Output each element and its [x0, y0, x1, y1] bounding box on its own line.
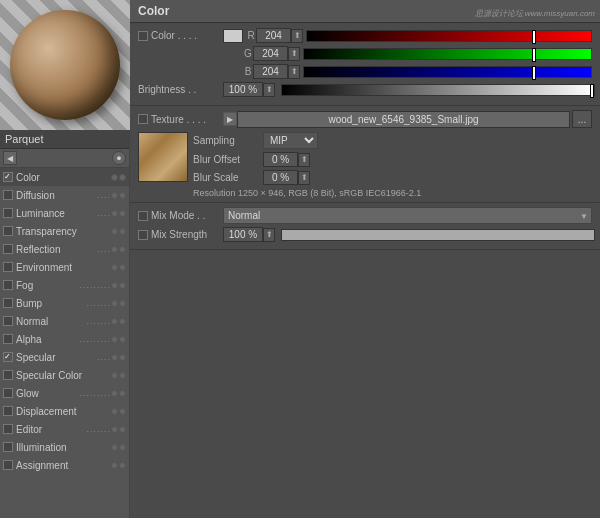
- mix-mode-select[interactable]: Normal Multiply Screen Overlay Add: [223, 207, 592, 224]
- channel-item[interactable]: Assignment: [0, 456, 129, 474]
- texture-play-button[interactable]: ▶: [223, 112, 237, 126]
- brightness-stepper[interactable]: ⬆: [263, 83, 275, 97]
- mix-strength-input[interactable]: [223, 227, 263, 242]
- channel-checkbox[interactable]: [3, 316, 13, 326]
- channel-item[interactable]: Specular....: [0, 348, 129, 366]
- mini-circle-icon[interactable]: [111, 318, 118, 325]
- channel-item[interactable]: Glow.........: [0, 384, 129, 402]
- blur-scale-input[interactable]: [263, 170, 298, 185]
- b-slider[interactable]: [532, 66, 536, 80]
- mini-circle-icon[interactable]: [119, 444, 126, 451]
- r-value-input[interactable]: [256, 28, 291, 43]
- channel-checkbox[interactable]: [3, 406, 13, 416]
- brightness-input[interactable]: [223, 82, 263, 97]
- texture-checkbox[interactable]: [138, 114, 148, 124]
- mini-circle-icon[interactable]: [111, 336, 118, 343]
- channel-item[interactable]: Bump.......: [0, 294, 129, 312]
- channel-item[interactable]: Transparency: [0, 222, 129, 240]
- channel-item[interactable]: Fog.........: [0, 276, 129, 294]
- nav-prev-button[interactable]: ◀: [3, 151, 17, 165]
- mini-circle-icon[interactable]: [119, 408, 126, 415]
- b-value-input[interactable]: [253, 64, 288, 79]
- mini-circle-icon[interactable]: [119, 264, 126, 271]
- mini-circle-icon[interactable]: [111, 408, 118, 415]
- lock-button[interactable]: ●: [112, 151, 126, 165]
- mini-circle-icon[interactable]: [119, 426, 126, 433]
- channel-checkbox[interactable]: [3, 190, 13, 200]
- color-swatch[interactable]: [223, 29, 243, 43]
- channel-item[interactable]: Luminance....: [0, 204, 129, 222]
- mini-circle-icon[interactable]: [111, 372, 118, 379]
- mini-circle-icon[interactable]: [119, 390, 126, 397]
- channel-checkbox[interactable]: [3, 172, 13, 182]
- mix-strength-stepper[interactable]: ⬆: [263, 228, 275, 242]
- color-checkbox[interactable]: [138, 31, 148, 41]
- channel-checkbox[interactable]: [3, 226, 13, 236]
- channel-checkbox[interactable]: [3, 262, 13, 272]
- mix-strength-checkbox[interactable]: [138, 230, 148, 240]
- g-stepper[interactable]: ⬆: [288, 47, 300, 61]
- channel-item[interactable]: Illumination: [0, 438, 129, 456]
- g-slider[interactable]: [532, 48, 536, 62]
- b-stepper[interactable]: ⬆: [288, 65, 300, 79]
- mini-circle-icon[interactable]: [119, 228, 126, 235]
- channel-checkbox[interactable]: [3, 442, 13, 452]
- mini-circle-icon[interactable]: [119, 174, 126, 181]
- channel-checkbox[interactable]: [3, 298, 13, 308]
- mini-circle-icon[interactable]: [111, 192, 118, 199]
- channel-checkbox[interactable]: [3, 370, 13, 380]
- mini-circle-icon[interactable]: [111, 282, 118, 289]
- mini-circle-icon[interactable]: [119, 282, 126, 289]
- channel-checkbox[interactable]: [3, 208, 13, 218]
- mini-circle-icon[interactable]: [111, 210, 118, 217]
- channel-item[interactable]: Specular Color: [0, 366, 129, 384]
- mini-circle-icon[interactable]: [111, 246, 118, 253]
- texture-menu-button[interactable]: ...: [572, 110, 592, 128]
- channel-item[interactable]: Color: [0, 168, 129, 186]
- mini-circle-icon[interactable]: [111, 444, 118, 451]
- mini-circle-icon[interactable]: [119, 354, 126, 361]
- channel-checkbox[interactable]: [3, 352, 13, 362]
- blur-scale-stepper[interactable]: ⬆: [298, 171, 310, 185]
- channel-checkbox[interactable]: [3, 280, 13, 290]
- channel-checkbox[interactable]: [3, 244, 13, 254]
- mix-mode-checkbox[interactable]: [138, 211, 148, 221]
- mini-circle-icon[interactable]: [111, 264, 118, 271]
- channel-mini-buttons: [111, 264, 126, 271]
- channel-item[interactable]: Displacement: [0, 402, 129, 420]
- channel-checkbox[interactable]: [3, 388, 13, 398]
- g-value-input[interactable]: [253, 46, 288, 61]
- blur-offset-input[interactable]: [263, 152, 298, 167]
- mini-circle-icon[interactable]: [111, 228, 118, 235]
- mini-circle-icon[interactable]: [111, 174, 118, 181]
- mini-circle-icon[interactable]: [111, 390, 118, 397]
- r-slider[interactable]: [532, 30, 536, 44]
- mini-circle-icon[interactable]: [119, 300, 126, 307]
- mini-circle-icon[interactable]: [119, 336, 126, 343]
- r-stepper[interactable]: ⬆: [291, 29, 303, 43]
- channel-item[interactable]: Editor.......: [0, 420, 129, 438]
- mini-circle-icon[interactable]: [119, 210, 126, 217]
- brightness-slider[interactable]: [590, 84, 594, 98]
- mini-circle-icon[interactable]: [111, 300, 118, 307]
- channel-checkbox[interactable]: [3, 334, 13, 344]
- channel-item[interactable]: Alpha.........: [0, 330, 129, 348]
- channel-item[interactable]: Diffusion....: [0, 186, 129, 204]
- channel-checkbox[interactable]: [3, 424, 13, 434]
- sampling-select[interactable]: MIP None SAT: [263, 132, 318, 149]
- channel-item[interactable]: Normal.......: [0, 312, 129, 330]
- channel-dots: ....: [97, 190, 111, 200]
- channel-item[interactable]: Environment: [0, 258, 129, 276]
- mini-circle-icon[interactable]: [119, 372, 126, 379]
- texture-filename[interactable]: wood_new_6546_9385_Small.jpg: [237, 111, 570, 128]
- mini-circle-icon[interactable]: [111, 462, 118, 469]
- blur-offset-stepper[interactable]: ⬆: [298, 153, 310, 167]
- channel-checkbox[interactable]: [3, 460, 13, 470]
- channel-item[interactable]: Reflection....: [0, 240, 129, 258]
- mini-circle-icon[interactable]: [119, 246, 126, 253]
- mini-circle-icon[interactable]: [119, 192, 126, 199]
- mini-circle-icon[interactable]: [119, 462, 126, 469]
- mini-circle-icon[interactable]: [119, 318, 126, 325]
- mini-circle-icon[interactable]: [111, 354, 118, 361]
- mini-circle-icon[interactable]: [111, 426, 118, 433]
